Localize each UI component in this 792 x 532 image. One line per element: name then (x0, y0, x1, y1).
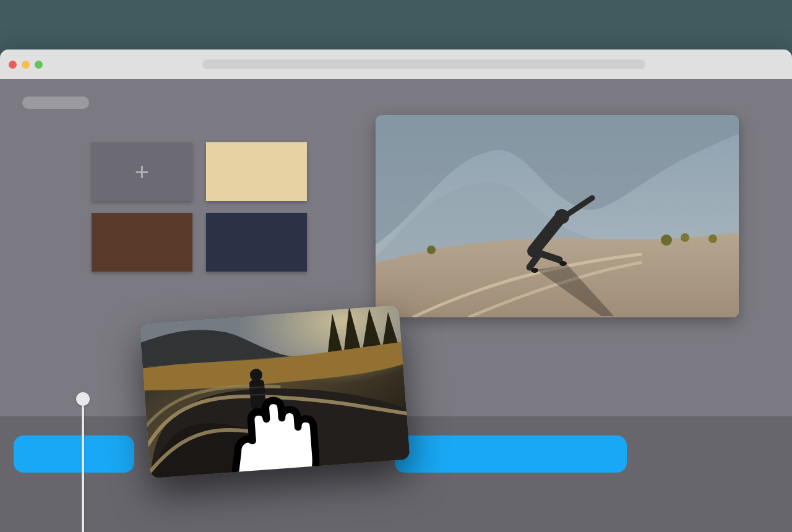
svg-point-1 (661, 234, 672, 246)
minimize-window-button[interactable] (22, 61, 30, 69)
preview-panel[interactable] (376, 115, 739, 317)
toolbar-placeholder (22, 97, 89, 109)
svg-point-6 (531, 268, 538, 273)
timeline-clip[interactable] (14, 435, 134, 473)
timeline-clip[interactable] (395, 435, 627, 473)
close-window-button[interactable] (9, 61, 17, 69)
color-swatch[interactable] (206, 213, 307, 272)
app-canvas: + (0, 79, 792, 532)
add-swatch-button[interactable]: + (92, 142, 192, 201)
browser-window: + (0, 49, 792, 532)
playhead-handle[interactable] (76, 392, 90, 406)
color-swatch[interactable] (206, 142, 307, 201)
plus-icon: + (135, 160, 149, 184)
maximize-window-button[interactable] (35, 61, 43, 69)
color-swatch[interactable] (92, 213, 192, 272)
preview-image (376, 115, 739, 317)
svg-point-3 (708, 234, 717, 243)
svg-point-2 (681, 233, 689, 242)
timeline-playhead[interactable] (76, 392, 90, 532)
svg-point-4 (427, 246, 436, 254)
address-bar[interactable] (202, 59, 645, 69)
playhead-line (82, 406, 84, 532)
media-card-dragging[interactable] (139, 305, 410, 478)
grab-cursor-icon (144, 358, 410, 478)
titlebar (0, 49, 792, 79)
